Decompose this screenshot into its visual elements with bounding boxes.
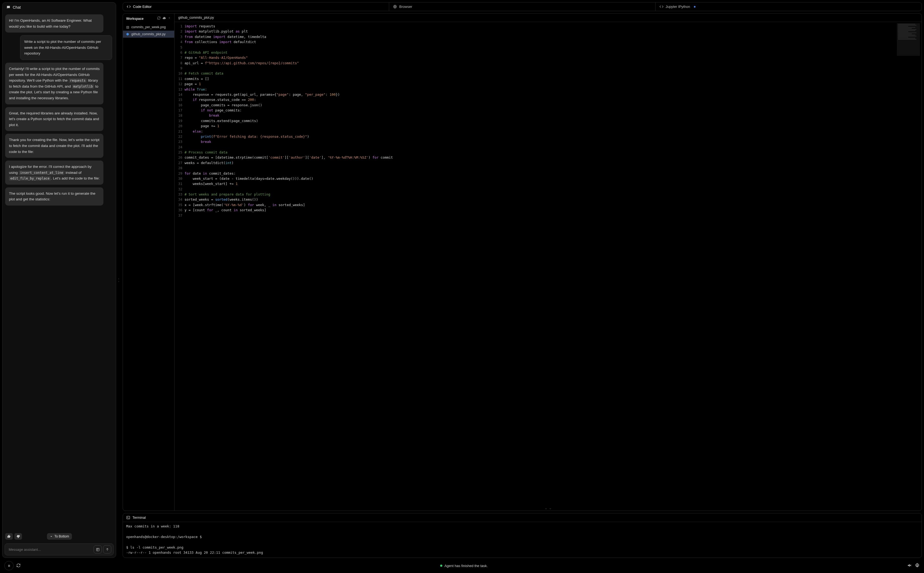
chat-panel: Chat Hi! I'm OpenHands, an AI Software E… xyxy=(2,2,116,558)
status-bar: Agent has finished the task. xyxy=(2,560,922,571)
pause-button[interactable] xyxy=(4,561,14,570)
tab-browser[interactable]: Browser xyxy=(389,2,655,11)
tab-bar: Code Editor Browser Jupyter IPython xyxy=(123,2,922,11)
refresh-button[interactable] xyxy=(16,563,20,568)
minimap[interactable] xyxy=(897,23,920,56)
workspace-title: Workspace xyxy=(126,17,144,20)
send-button[interactable] xyxy=(103,545,111,553)
svg-point-5 xyxy=(917,565,918,566)
svg-rect-0 xyxy=(96,548,99,551)
chat-scroll[interactable]: Hi! I'm OpenHands, an AI Software Engine… xyxy=(5,14,113,532)
terminal-panel: Terminal Max commits in a week: 118 open… xyxy=(123,513,922,558)
file-item[interactable]: ▤commits_per_week.png xyxy=(123,23,174,31)
jupyter-status-dot xyxy=(694,6,695,8)
editor-resize-handle[interactable] xyxy=(174,507,922,510)
gear-icon[interactable] xyxy=(915,563,920,569)
file-item[interactable]: ⬢github_commits_plot.py xyxy=(123,31,174,38)
svg-rect-4 xyxy=(9,565,10,567)
tab-jupyter[interactable]: Jupyter IPython xyxy=(656,2,922,11)
editor-main: github_commits_plot.py 12345678910111213… xyxy=(174,14,922,510)
thumbs-up-button[interactable] xyxy=(5,533,13,540)
chat-input[interactable] xyxy=(7,546,92,553)
tab-code-editor[interactable]: Code Editor xyxy=(123,2,389,11)
to-bottom-button[interactable]: To Bottom xyxy=(47,533,72,540)
chat-message-assistant: Certainly! I'll write a script to plot t… xyxy=(5,63,104,104)
chat-message-user: Write a script to plot the number of com… xyxy=(20,35,112,60)
chat-message-assistant: The script looks good. Now let's run it … xyxy=(5,187,104,205)
chat-input-container xyxy=(5,543,114,555)
terminal-body[interactable]: Max commits in a week: 118 openhands@doc… xyxy=(123,522,922,557)
svg-rect-2 xyxy=(127,516,130,519)
svg-rect-3 xyxy=(8,565,9,567)
open-file-tab[interactable]: github_commits_plot.py xyxy=(174,14,922,22)
thumbs-down-button[interactable] xyxy=(14,533,22,540)
status-message: Agent has finished the task. xyxy=(444,564,488,568)
refresh-icon[interactable] xyxy=(157,16,161,21)
terminal-title: Terminal xyxy=(132,515,146,520)
collapse-icon[interactable] xyxy=(168,16,171,21)
chat-message-assistant: Hi! I'm OpenHands, an AI Software Engine… xyxy=(5,14,104,33)
chat-header: Chat xyxy=(2,2,116,12)
resize-handle[interactable]: ‹› xyxy=(118,2,121,558)
chat-icon xyxy=(6,5,11,9)
chat-title: Chat xyxy=(13,5,21,9)
chat-message-assistant: Thank you for creating the file. Now, le… xyxy=(5,134,104,158)
cloud-icon[interactable] xyxy=(162,16,166,21)
chat-message-assistant: Great, the required libraries are alread… xyxy=(5,107,104,131)
mute-icon[interactable] xyxy=(907,563,912,569)
workspace-panel: Workspace ▤commits_per_week.png⬢github_c… xyxy=(123,14,174,510)
attach-button[interactable] xyxy=(94,545,102,553)
code-editor[interactable]: 1234567891011121314151617181920212223242… xyxy=(174,22,922,507)
status-indicator-icon xyxy=(440,565,442,567)
chat-message-assistant: I apologize for the error. I'll correct … xyxy=(5,161,104,185)
